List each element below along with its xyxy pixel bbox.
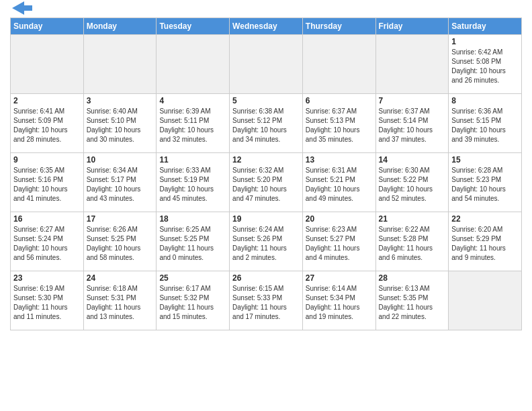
calendar-cell: 20Sunrise: 6:23 AM Sunset: 5:27 PM Dayli… [302,212,375,271]
calendar-cell: 24Sunrise: 6:18 AM Sunset: 5:31 PM Dayli… [83,271,157,330]
day-number: 18 [159,214,226,224]
day-number: 16 [13,214,81,224]
day-number: 27 [306,273,373,283]
day-info: Sunrise: 6:37 AM Sunset: 5:13 PM Dayligh… [306,107,373,144]
calendar-cell: 8Sunrise: 6:36 AM Sunset: 5:15 PM Daylig… [449,94,522,153]
calendar-cell [83,35,157,94]
day-info: Sunrise: 6:18 AM Sunset: 5:31 PM Dayligh… [87,284,154,322]
calendar-cell: 5Sunrise: 6:38 AM Sunset: 5:12 PM Daylig… [230,94,303,153]
calendar-cell: 26Sunrise: 6:15 AM Sunset: 5:33 PM Dayli… [230,271,303,330]
day-number: 26 [232,273,300,283]
main-container: SundayMondayTuesdayWednesdayThursdayFrid… [0,0,532,337]
calendar-cell: 23Sunrise: 6:19 AM Sunset: 5:30 PM Dayli… [11,271,84,330]
calendar-cell: 4Sunrise: 6:39 AM Sunset: 5:11 PM Daylig… [157,94,230,153]
day-info: Sunrise: 6:26 AM Sunset: 5:25 PM Dayligh… [87,225,154,263]
day-number: 2 [13,96,81,105]
day-info: Sunrise: 6:42 AM Sunset: 5:08 PM Dayligh… [451,48,519,85]
weekday-header-row: SundayMondayTuesdayWednesdayThursdayFrid… [11,18,522,35]
week-row-4: 23Sunrise: 6:19 AM Sunset: 5:30 PM Dayli… [11,271,522,330]
day-info: Sunrise: 6:13 AM Sunset: 5:35 PM Dayligh… [379,284,446,322]
day-info: Sunrise: 6:30 AM Sunset: 5:22 PM Dayligh… [379,166,446,203]
calendar-cell: 3Sunrise: 6:40 AM Sunset: 5:10 PM Daylig… [83,94,157,153]
day-number: 21 [379,214,446,224]
calendar-cell: 21Sunrise: 6:22 AM Sunset: 5:28 PM Dayli… [375,212,449,271]
day-number: 1 [451,37,519,46]
week-row-0: 1Sunrise: 6:42 AM Sunset: 5:08 PM Daylig… [11,35,522,94]
day-info: Sunrise: 6:25 AM Sunset: 5:25 PM Dayligh… [159,225,226,263]
day-info: Sunrise: 6:23 AM Sunset: 5:27 PM Dayligh… [306,225,373,263]
day-info: Sunrise: 6:34 AM Sunset: 5:17 PM Dayligh… [87,166,154,203]
calendar-cell [230,35,303,94]
calendar-cell: 27Sunrise: 6:14 AM Sunset: 5:34 PM Dayli… [302,271,375,330]
day-number: 12 [232,155,300,165]
day-number: 24 [87,273,154,283]
weekday-header-sunday: Sunday [11,18,84,35]
day-number: 13 [306,155,373,165]
day-number: 23 [13,273,81,283]
day-number: 10 [87,155,154,165]
calendar-cell: 17Sunrise: 6:26 AM Sunset: 5:25 PM Dayli… [83,212,157,271]
day-info: Sunrise: 6:38 AM Sunset: 5:12 PM Dayligh… [232,107,300,144]
calendar-cell [449,271,522,330]
day-number: 20 [306,214,373,224]
day-number: 17 [87,214,154,224]
day-info: Sunrise: 6:35 AM Sunset: 5:16 PM Dayligh… [13,166,81,203]
day-number: 3 [87,96,154,105]
day-info: Sunrise: 6:22 AM Sunset: 5:28 PM Dayligh… [379,225,446,263]
day-info: Sunrise: 6:14 AM Sunset: 5:34 PM Dayligh… [306,284,373,322]
day-info: Sunrise: 6:20 AM Sunset: 5:29 PM Dayligh… [451,225,519,263]
day-info: Sunrise: 6:15 AM Sunset: 5:33 PM Dayligh… [232,284,300,322]
day-number: 6 [306,96,373,105]
calendar-cell: 13Sunrise: 6:31 AM Sunset: 5:21 PM Dayli… [302,153,375,212]
calendar-cell [375,35,449,94]
day-info: Sunrise: 6:39 AM Sunset: 5:11 PM Dayligh… [159,107,226,144]
calendar-cell: 12Sunrise: 6:32 AM Sunset: 5:20 PM Dayli… [230,153,303,212]
calendar-cell: 18Sunrise: 6:25 AM Sunset: 5:25 PM Dayli… [157,212,230,271]
day-info: Sunrise: 6:31 AM Sunset: 5:21 PM Dayligh… [306,166,373,203]
day-info: Sunrise: 6:37 AM Sunset: 5:14 PM Dayligh… [379,107,446,144]
weekday-header-tuesday: Tuesday [157,18,230,35]
day-info: Sunrise: 6:17 AM Sunset: 5:32 PM Dayligh… [159,284,226,322]
calendar-cell: 11Sunrise: 6:33 AM Sunset: 5:19 PM Dayli… [157,153,230,212]
day-number: 25 [159,273,226,283]
week-row-1: 2Sunrise: 6:41 AM Sunset: 5:09 PM Daylig… [11,94,522,153]
calendar-cell: 16Sunrise: 6:27 AM Sunset: 5:24 PM Dayli… [11,212,84,271]
day-number: 28 [379,273,446,283]
week-row-2: 9Sunrise: 6:35 AM Sunset: 5:16 PM Daylig… [11,153,522,212]
day-number: 22 [451,214,519,224]
weekday-header-friday: Friday [375,18,449,35]
svg-marker-0 [12,1,32,15]
weekday-header-wednesday: Wednesday [230,18,303,35]
day-info: Sunrise: 6:32 AM Sunset: 5:20 PM Dayligh… [232,166,300,203]
day-number: 4 [159,96,226,105]
calendar-cell: 22Sunrise: 6:20 AM Sunset: 5:29 PM Dayli… [449,212,522,271]
day-info: Sunrise: 6:41 AM Sunset: 5:09 PM Dayligh… [13,107,81,144]
calendar-cell: 9Sunrise: 6:35 AM Sunset: 5:16 PM Daylig… [11,153,84,212]
day-info: Sunrise: 6:24 AM Sunset: 5:26 PM Dayligh… [232,225,300,263]
calendar-cell: 14Sunrise: 6:30 AM Sunset: 5:22 PM Dayli… [375,153,449,212]
calendar-cell: 25Sunrise: 6:17 AM Sunset: 5:32 PM Dayli… [157,271,230,330]
day-info: Sunrise: 6:28 AM Sunset: 5:23 PM Dayligh… [451,166,519,203]
calendar-cell: 19Sunrise: 6:24 AM Sunset: 5:26 PM Dayli… [230,212,303,271]
day-number: 8 [451,96,519,105]
calendar-cell: 2Sunrise: 6:41 AM Sunset: 5:09 PM Daylig… [11,94,84,153]
weekday-header-thursday: Thursday [302,18,375,35]
calendar-cell: 7Sunrise: 6:37 AM Sunset: 5:14 PM Daylig… [375,94,449,153]
day-number: 5 [232,96,300,105]
day-info: Sunrise: 6:19 AM Sunset: 5:30 PM Dayligh… [13,284,81,322]
calendar-cell: 6Sunrise: 6:37 AM Sunset: 5:13 PM Daylig… [302,94,375,153]
calendar-cell: 1Sunrise: 6:42 AM Sunset: 5:08 PM Daylig… [449,35,522,94]
day-number: 7 [379,96,446,105]
calendar-cell: 15Sunrise: 6:28 AM Sunset: 5:23 PM Dayli… [449,153,522,212]
calendar-cell [11,35,84,94]
day-info: Sunrise: 6:27 AM Sunset: 5:24 PM Dayligh… [13,225,81,263]
day-number: 15 [451,155,519,165]
logo [10,7,32,15]
day-info: Sunrise: 6:36 AM Sunset: 5:15 PM Dayligh… [451,107,519,144]
day-info: Sunrise: 6:33 AM Sunset: 5:19 PM Dayligh… [159,166,226,203]
day-number: 14 [379,155,446,165]
calendar-cell: 10Sunrise: 6:34 AM Sunset: 5:17 PM Dayli… [83,153,157,212]
day-number: 11 [159,155,226,165]
calendar: SundayMondayTuesdayWednesdayThursdayFrid… [10,17,522,330]
calendar-cell [302,35,375,94]
